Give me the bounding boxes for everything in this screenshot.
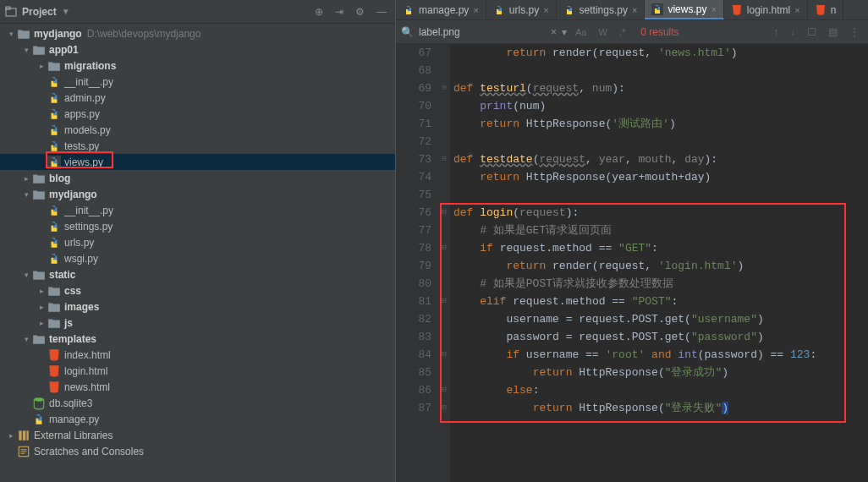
fold-marker[interactable]: ⊟ <box>438 346 450 364</box>
fold-marker[interactable] <box>438 97 450 115</box>
code-line[interactable]: return HttpResponse("登录失败") <box>453 399 868 417</box>
tree-item-css[interactable]: ▸css <box>0 282 395 299</box>
tab-settings-py[interactable]: settings.py× <box>557 0 646 19</box>
tree-item-index-html[interactable]: index.html <box>0 347 395 363</box>
tree-item-models-py[interactable]: models.py <box>0 122 395 138</box>
tree-item-static[interactable]: ▾static <box>0 266 395 282</box>
code-line[interactable]: return render(request, 'news.html') <box>453 44 868 62</box>
tree-item-db-sqlite3[interactable]: db.sqlite3 <box>0 395 395 411</box>
hide-icon[interactable]: — <box>373 6 390 18</box>
tree-item-images[interactable]: ▸images <box>0 299 395 315</box>
close-tab-icon[interactable]: × <box>711 4 716 14</box>
code-line[interactable]: username = request.POST.get("username") <box>453 310 868 328</box>
expand-arrow-icon[interactable]: ▸ <box>36 62 47 70</box>
tab-login-html[interactable]: login.html× <box>724 0 808 19</box>
tree-item-apps-py[interactable]: apps.py <box>0 106 395 122</box>
find-more-icon[interactable]: ⋮ <box>846 26 863 38</box>
tree-item-wsgi-py[interactable]: wsgi.py <box>0 250 395 266</box>
code-line[interactable]: return render(request, 'login.html') <box>453 257 868 275</box>
fold-marker[interactable] <box>438 275 450 293</box>
expand-arrow-icon[interactable]: ▸ <box>36 287 47 295</box>
tree-item-app01[interactable]: ▾app01 <box>0 41 395 58</box>
tree-item-urls-py[interactable]: urls.py <box>0 234 395 250</box>
tree-item-blog[interactable]: ▸blog <box>0 170 395 186</box>
tab-manage-py[interactable]: manage.py× <box>396 0 486 19</box>
close-tab-icon[interactable]: × <box>632 5 637 15</box>
close-tab-icon[interactable]: × <box>473 5 478 15</box>
sidebar-dropdown-icon[interactable]: ▼ <box>62 7 70 16</box>
find-filter-icon[interactable]: ▤ <box>825 26 841 38</box>
code-line[interactable]: elif request.method == "POST": <box>453 293 868 310</box>
collapse-icon[interactable]: ⇥ <box>332 6 347 18</box>
fold-marker[interactable] <box>438 133 450 151</box>
history-icon[interactable]: ▾ <box>562 26 567 38</box>
fold-marker[interactable]: ⊟ <box>438 79 450 97</box>
tab-urls-py[interactable]: urls.py× <box>486 0 557 19</box>
tree-item-js[interactable]: ▸js <box>0 315 395 331</box>
code-line[interactable]: # 如果是GET请求返回页面 <box>453 222 868 239</box>
tree-item-views-py[interactable]: views.py <box>0 154 395 170</box>
expand-arrow-icon[interactable]: ▾ <box>20 271 32 279</box>
expand-arrow-icon[interactable]: ▾ <box>5 30 17 38</box>
code-line[interactable]: return HttpResponse("登录成功") <box>453 364 868 381</box>
expand-arrow-icon[interactable]: ▾ <box>20 46 32 54</box>
fold-column[interactable]: ⊟⊟⊟⊟⊟⊟⊟⊟ <box>438 44 450 482</box>
code-line[interactable]: return HttpResponse('测试路由') <box>453 115 868 133</box>
tab-views-py[interactable]: views.py× <box>645 0 723 19</box>
code-editor[interactable]: 6768697071727374757677787980818283848586… <box>396 44 868 482</box>
words-toggle[interactable]: W <box>595 27 610 37</box>
tree-item-news-html[interactable]: news.html <box>0 379 395 395</box>
code-content[interactable]: return render(request, 'news.html')def t… <box>450 44 868 482</box>
code-line[interactable]: def testdate(request, year, mouth, day): <box>453 151 868 168</box>
fold-marker[interactable] <box>438 257 450 275</box>
fold-marker[interactable] <box>438 328 450 346</box>
tree-item-tests-py[interactable]: tests.py <box>0 138 395 154</box>
fold-marker[interactable] <box>438 364 450 381</box>
fold-marker[interactable]: ⊟ <box>438 239 450 257</box>
expand-arrow-icon[interactable]: ▸ <box>36 303 47 311</box>
fold-marker[interactable] <box>438 115 450 133</box>
tab-n[interactable]: n <box>808 0 844 19</box>
expand-arrow-icon[interactable]: ▾ <box>20 190 32 199</box>
code-line[interactable]: def login(request): <box>453 204 868 222</box>
find-next-icon[interactable]: ↓ <box>787 26 799 38</box>
tree-item-admin-py[interactable]: admin.py <box>0 90 395 106</box>
expand-arrow-icon[interactable]: ▾ <box>20 335 32 343</box>
code-line[interactable]: # 如果是POST请求就接收参数处理数据 <box>453 275 868 293</box>
fold-marker[interactable] <box>438 222 450 239</box>
project-tree[interactable]: ▾mydjangoD:\web\devops\mydjango▾app01▸mi… <box>0 24 395 482</box>
tree-item---init---py[interactable]: __init__.py <box>0 74 395 90</box>
tree-item-mydjango[interactable]: ▾mydjango <box>0 186 395 202</box>
fold-marker[interactable]: ⊟ <box>438 399 450 417</box>
regex-toggle[interactable]: .* <box>616 27 629 37</box>
tree-item-login-html[interactable]: login.html <box>0 363 395 379</box>
settings-icon[interactable]: ⚙ <box>352 6 368 18</box>
code-line[interactable] <box>453 186 868 204</box>
code-line[interactable]: return HttpResponse(year+mouth+day) <box>453 168 868 186</box>
fold-marker[interactable]: ⊟ <box>438 151 450 168</box>
autoscroll-icon[interactable]: ⊕ <box>311 6 327 18</box>
tree-item-settings-py[interactable]: settings.py <box>0 218 395 234</box>
fold-marker[interactable] <box>438 168 450 186</box>
code-line[interactable]: if request.method == "GET": <box>453 239 868 257</box>
tree-item-mydjango[interactable]: ▾mydjangoD:\web\devops\mydjango <box>0 25 395 41</box>
find-prev-icon[interactable]: ↑ <box>770 26 782 38</box>
match-case-toggle[interactable]: Aa <box>572 27 590 37</box>
fold-marker[interactable]: ⊟ <box>438 381 450 399</box>
code-line[interactable] <box>453 62 868 79</box>
tree-item-templates[interactable]: ▾templates <box>0 331 395 347</box>
expand-arrow-icon[interactable]: ▸ <box>20 174 32 183</box>
find-select-all-icon[interactable]: ☐ <box>804 26 820 38</box>
close-tab-icon[interactable]: × <box>543 5 548 15</box>
tree-item-scratches-and-consoles[interactable]: Scratches and Consoles <box>0 443 395 459</box>
fold-marker[interactable]: ⊟ <box>438 293 450 310</box>
expand-arrow-icon[interactable]: ▸ <box>36 319 47 327</box>
fold-marker[interactable] <box>438 62 450 79</box>
tree-item-external-libraries[interactable]: ▸External Libraries <box>0 427 395 443</box>
tree-item---init---py[interactable]: __init__.py <box>0 202 395 218</box>
fold-marker[interactable] <box>438 44 450 62</box>
code-line[interactable] <box>453 133 868 151</box>
code-line[interactable]: password = request.POST.get("password") <box>453 328 868 346</box>
fold-marker[interactable]: ⊟ <box>438 204 450 222</box>
fold-marker[interactable] <box>438 186 450 204</box>
